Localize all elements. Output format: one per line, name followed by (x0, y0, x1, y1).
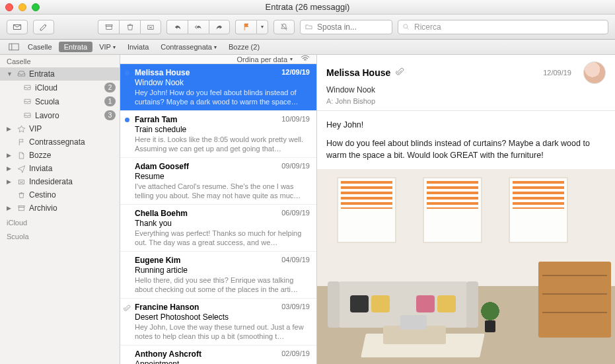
tray-icon (22, 97, 32, 106)
sidebar-item-lavoro[interactable]: Lavoro3 (0, 108, 120, 122)
to-name: John Bishop (335, 97, 375, 105)
sidebar-item-label: Cestino (29, 190, 56, 200)
msg-date: 09/09/19 (281, 162, 310, 171)
avatar (583, 61, 606, 84)
sidebar-item-archivio[interactable]: ▶Archivio (0, 201, 120, 215)
fav-mailboxes[interactable]: Caselle (22, 42, 57, 52)
envelope-icon (13, 22, 22, 32)
sidebar: Caselle ▼EntrataiCloud2Scuola1Lavoro3▶VI… (0, 55, 120, 364)
sidebar-item-label: Archivio (29, 203, 57, 213)
titlebar: Entrata (26 messaggi) (0, 0, 615, 15)
msg-from: Chella Boehm (135, 209, 188, 218)
sidebar-item-icloud[interactable]: iCloud2 (0, 81, 120, 94)
msg-preview: Hey John, Love the way these turned out.… (135, 322, 310, 341)
attachment-icon (124, 305, 131, 313)
sidebar-item-vip[interactable]: ▶VIP (0, 122, 120, 135)
msg-from: Melissa House (135, 68, 190, 77)
message-row[interactable]: Farrah Tam10/09/19Train scheduleHere it … (120, 111, 316, 158)
reply-icon (173, 22, 182, 32)
disclosure-icon: ▶ (7, 205, 13, 211)
reply-all-button[interactable] (188, 20, 209, 34)
sidebar-item-contrassegnata[interactable]: Contrassegnata (0, 135, 120, 149)
toolbar: ▾ Sposta in... Ricerca (0, 15, 615, 40)
toggle-sidebar-button[interactable] (7, 42, 21, 52)
chevron-down-icon: ▾ (290, 56, 293, 62)
sidebar-section-scuola[interactable]: Scuola (0, 229, 120, 242)
sort-bar[interactable]: Ordina per data ▾ (120, 55, 316, 64)
msg-preview: Hey John! How do you feel about blinds i… (135, 88, 310, 106)
sidebar-item-label: Scuola (35, 97, 59, 106)
archive-button[interactable] (98, 20, 119, 34)
msg-preview: Hello there, did you see this? Enrique w… (135, 275, 310, 294)
plane-icon (17, 164, 26, 173)
message-header: Melissa House 12/09/19 Window Nook A: Jo… (317, 55, 615, 111)
sidebar-item-entrata[interactable]: ▼Entrata (0, 67, 120, 81)
junk-icon (146, 22, 155, 32)
flag-group: ▾ (235, 20, 268, 34)
flag-button[interactable] (235, 20, 256, 34)
msg-from: Francine Hanson (135, 303, 199, 312)
forward-button[interactable] (209, 20, 230, 34)
msg-subject: Running article (135, 266, 310, 275)
reply-button[interactable] (166, 20, 188, 34)
archive-icon (104, 22, 114, 32)
folder-icon (305, 22, 313, 31)
search-placeholder: Ricerca (414, 22, 441, 32)
reply-all-icon (194, 22, 203, 32)
search-field[interactable]: Ricerca (398, 20, 608, 34)
attachment-icon (396, 67, 404, 78)
message-row[interactable]: Francine Hanson03/09/19Desert Photoshoot… (120, 299, 316, 346)
fav-vip[interactable]: VIP▾ (94, 42, 121, 52)
unread-badge: 2 (104, 83, 116, 92)
flag-menu-button[interactable]: ▾ (256, 20, 268, 34)
inbox-icon (17, 69, 26, 79)
msg-from: Farrah Tam (135, 115, 177, 124)
unread-badge: 3 (104, 110, 116, 120)
star-icon (17, 124, 26, 133)
message-row[interactable]: Chella Boehm06/09/19Thank youEverything … (120, 205, 316, 252)
flag-icon (17, 137, 26, 147)
compose-button[interactable] (33, 20, 54, 34)
msg-date: 10/09/19 (281, 115, 310, 124)
fav-sent[interactable]: Inviata (122, 42, 154, 52)
get-mail-button[interactable] (7, 20, 28, 34)
junk-button[interactable] (140, 20, 161, 34)
disclosure-icon: ▶ (7, 126, 13, 132)
sidebar-item-bozze[interactable]: ▶Bozze (0, 149, 120, 162)
reading-pane: Melissa House 12/09/19 Window Nook A: Jo… (317, 55, 615, 364)
message-row[interactable]: Eugene Kim04/09/19Running articleHello t… (120, 252, 316, 299)
msg-subject: Resume (135, 172, 310, 181)
sidebar-item-cestino[interactable]: Cestino (0, 188, 120, 201)
chevron-down-icon: ▾ (214, 44, 217, 50)
sidebar-item-inviata[interactable]: ▶Inviata (0, 162, 120, 175)
delete-button[interactable] (119, 20, 140, 34)
disclosure-icon: ▶ (7, 178, 13, 185)
msg-preview: Here it is. Looks like the 8:05 would wo… (135, 135, 310, 153)
msg-subject: Window Nook (135, 78, 310, 87)
mute-button[interactable] (273, 20, 295, 34)
sidebar-item-label: Entrata (29, 69, 55, 79)
message-row[interactable]: Anthony Ashcroft02/09/19AppointmentYour … (120, 346, 316, 364)
sidebar-icon (9, 43, 19, 51)
msg-subject: Desert Photoshoot Selects (135, 312, 310, 322)
fav-inbox[interactable]: Entrata (59, 42, 92, 52)
move-to-field[interactable]: Sposta in... (300, 20, 392, 34)
msg-date: 06/09/19 (281, 209, 310, 218)
sidebar-item-indesiderata[interactable]: ▶Indesiderata (0, 175, 120, 188)
fav-drafts[interactable]: Bozze (2) (223, 42, 265, 52)
junk-icon (17, 177, 26, 186)
msg-preview: I've attached Carol's resume. She's the … (135, 182, 310, 200)
reply-group (166, 20, 230, 34)
sidebar-section-icloud[interactable]: iCloud (0, 215, 120, 229)
sidebar-item-scuola[interactable]: Scuola1 (0, 94, 120, 108)
message-row[interactable]: Adam Gooseff09/09/19ResumeI've attached … (120, 158, 316, 205)
header-subject: Window Nook (326, 85, 606, 94)
fav-flagged[interactable]: Contrassegnata▾ (155, 42, 222, 52)
msg-subject: Train schedule (135, 125, 310, 134)
search-icon (402, 23, 410, 31)
message-row[interactable]: Melissa House12/09/19Window NookHey John… (120, 64, 316, 111)
header-from: Melissa House (326, 67, 390, 78)
window-title: Entrata (26 messaggi) (0, 2, 615, 12)
tray-icon (22, 111, 32, 120)
sidebar-item-label: Contrassegnata (29, 137, 85, 147)
